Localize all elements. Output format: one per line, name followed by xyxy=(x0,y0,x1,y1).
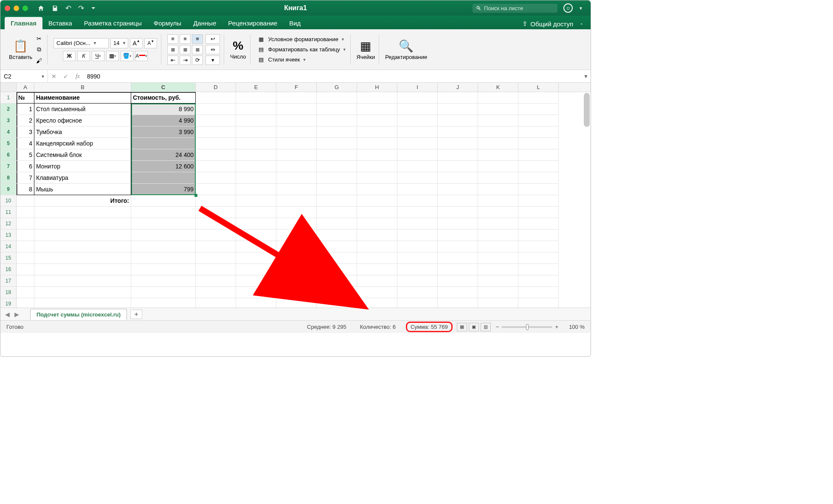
cell[interactable] xyxy=(236,126,276,138)
row-header[interactable]: 11 xyxy=(0,207,17,218)
cell[interactable] xyxy=(438,184,478,195)
align-left-button[interactable]: ≣ xyxy=(167,45,178,54)
cell[interactable] xyxy=(236,184,276,195)
cell[interactable] xyxy=(518,287,559,298)
merge-button[interactable]: ⇔ xyxy=(205,45,220,54)
cell[interactable] xyxy=(478,126,518,138)
cell[interactable] xyxy=(397,264,438,275)
cell[interactable] xyxy=(438,252,478,264)
zoom-percent[interactable]: 100 % xyxy=(563,324,585,330)
cell[interactable] xyxy=(518,115,559,126)
cell[interactable] xyxy=(196,138,236,149)
cell[interactable] xyxy=(478,298,518,308)
cell[interactable] xyxy=(357,230,397,241)
cell[interactable] xyxy=(17,195,34,207)
cell[interactable] xyxy=(236,287,276,298)
tab-home[interactable]: Главная xyxy=(5,17,42,29)
cell[interactable] xyxy=(131,252,196,264)
cell[interactable] xyxy=(196,115,236,126)
row-header[interactable]: 2 xyxy=(0,104,17,115)
cell[interactable] xyxy=(34,264,131,275)
cell[interactable] xyxy=(478,184,518,195)
col-header-K[interactable]: K xyxy=(478,83,518,92)
cell[interactable] xyxy=(131,218,196,230)
cell[interactable] xyxy=(518,184,559,195)
cell[interactable] xyxy=(478,207,518,218)
home-icon[interactable] xyxy=(37,5,45,12)
cell[interactable] xyxy=(317,207,357,218)
col-header-D[interactable]: D xyxy=(196,83,236,92)
row-header[interactable]: 13 xyxy=(0,230,17,241)
cell[interactable] xyxy=(276,195,317,207)
cell[interactable]: 6 xyxy=(17,161,34,172)
col-header-F[interactable]: F xyxy=(276,83,317,92)
cell[interactable] xyxy=(357,92,397,104)
cell[interactable] xyxy=(357,287,397,298)
cell[interactable] xyxy=(397,184,438,195)
cell[interactable] xyxy=(196,195,236,207)
cell[interactable]: 3 990 xyxy=(131,126,196,138)
cell[interactable] xyxy=(438,287,478,298)
maximize-window-button[interactable] xyxy=(23,6,28,11)
row-header[interactable]: 16 xyxy=(0,264,17,275)
cell[interactable] xyxy=(276,115,317,126)
zoom-out-button[interactable]: − xyxy=(496,324,499,330)
cell[interactable] xyxy=(131,264,196,275)
align-top-button[interactable]: ≡ xyxy=(167,34,178,44)
col-header-A[interactable]: A xyxy=(17,83,34,92)
cell[interactable] xyxy=(317,161,357,172)
cells-button[interactable]: ▦ Ячейки xyxy=(357,39,375,60)
cell[interactable]: 2 xyxy=(17,115,34,126)
cell[interactable] xyxy=(317,230,357,241)
cell[interactable] xyxy=(438,126,478,138)
cell[interactable] xyxy=(357,161,397,172)
cell[interactable]: Стоимость, руб. xyxy=(131,92,196,104)
row-header[interactable]: 19 xyxy=(0,298,17,308)
save-icon[interactable] xyxy=(51,5,59,12)
cell[interactable] xyxy=(17,287,34,298)
cell[interactable] xyxy=(397,149,438,161)
cell[interactable] xyxy=(34,230,131,241)
tab-insert[interactable]: Вставка xyxy=(42,17,78,29)
col-header-L[interactable]: L xyxy=(518,83,559,92)
row-header[interactable]: 4 xyxy=(0,126,17,138)
cell[interactable]: 4 990 xyxy=(131,115,196,126)
cell[interactable] xyxy=(196,104,236,115)
number-format-button[interactable]: % Число xyxy=(230,39,246,60)
cell[interactable] xyxy=(438,298,478,308)
sheet-nav-prev[interactable]: ◀ xyxy=(3,311,11,318)
feedback-dropdown-icon[interactable]: ▼ xyxy=(579,6,583,11)
cell[interactable] xyxy=(397,218,438,230)
cell[interactable] xyxy=(397,241,438,252)
close-window-button[interactable] xyxy=(5,6,10,11)
cell[interactable] xyxy=(478,195,518,207)
col-header-I[interactable]: I xyxy=(397,83,438,92)
add-sheet-button[interactable]: + xyxy=(130,310,142,319)
cell[interactable] xyxy=(196,92,236,104)
cell[interactable] xyxy=(397,275,438,287)
search-input[interactable] xyxy=(484,5,548,11)
row-header[interactable]: 10 xyxy=(0,195,17,207)
cell[interactable] xyxy=(317,264,357,275)
cell[interactable] xyxy=(518,264,559,275)
cell[interactable] xyxy=(317,195,357,207)
cell[interactable] xyxy=(317,138,357,149)
name-box[interactable]: C2▾ xyxy=(0,70,48,82)
cell[interactable] xyxy=(438,115,478,126)
view-normal-button[interactable]: ▦ xyxy=(457,323,467,331)
tab-formulas[interactable]: Формулы xyxy=(148,17,187,29)
cell[interactable] xyxy=(438,207,478,218)
cell[interactable] xyxy=(17,252,34,264)
cell[interactable] xyxy=(276,138,317,149)
row-header[interactable]: 15 xyxy=(0,252,17,264)
cell[interactable] xyxy=(397,126,438,138)
cell[interactable] xyxy=(397,115,438,126)
cell[interactable] xyxy=(438,161,478,172)
cell[interactable] xyxy=(478,149,518,161)
accept-formula-button[interactable]: ✓ xyxy=(60,73,72,80)
cell[interactable] xyxy=(196,264,236,275)
cell[interactable] xyxy=(276,264,317,275)
cell[interactable]: 799 xyxy=(131,184,196,195)
cell[interactable] xyxy=(34,275,131,287)
cell[interactable] xyxy=(17,218,34,230)
